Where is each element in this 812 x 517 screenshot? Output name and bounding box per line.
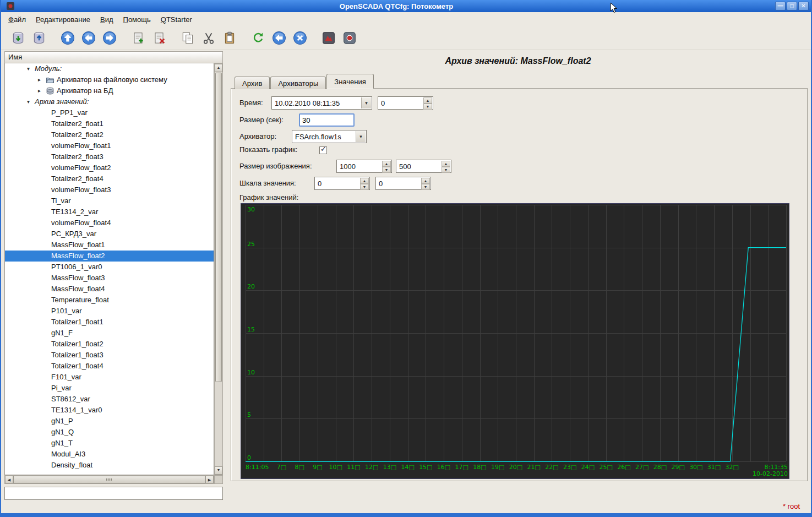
tree-item-Totalizer2_float4[interactable]: Totalizer2_float4 bbox=[5, 173, 214, 184]
tree-vertical-scrollbar[interactable]: ▲ ▼ bbox=[214, 63, 223, 475]
tab-values[interactable]: Значения bbox=[326, 74, 373, 89]
tree-item-MassFlow_float4[interactable]: MassFlow_float4 bbox=[5, 284, 214, 295]
image-width-spinbox[interactable]: 1000 ▲▼ bbox=[336, 160, 392, 173]
vertical-scroll-track[interactable] bbox=[215, 383, 222, 466]
menu-item-file[interactable]: Файл bbox=[3, 13, 31, 26]
branch-collapsed-icon[interactable]: ▸ bbox=[38, 74, 46, 85]
archiver-dropdown-icon[interactable]: ▾ bbox=[356, 131, 366, 142]
spin-down-icon[interactable]: ▼ bbox=[360, 184, 369, 190]
vertical-scroll-thumb[interactable] bbox=[215, 73, 222, 382]
up-button[interactable] bbox=[58, 28, 78, 48]
branch-collapsed-icon[interactable]: ▸ bbox=[38, 85, 46, 96]
tree-item-gN1_P[interactable]: gN1_P bbox=[5, 416, 214, 427]
tree-item-Temperature_float[interactable]: Temperature_float bbox=[5, 295, 214, 306]
paste-item-button[interactable] bbox=[220, 28, 239, 48]
tree-item-gN1_F[interactable]: gN1_F bbox=[5, 328, 214, 339]
scroll-left-icon[interactable]: ◀ bbox=[5, 476, 13, 483]
menu-item-help[interactable]: Помощь bbox=[118, 13, 156, 26]
minimize-button[interactable]: — bbox=[775, 2, 786, 10]
tree-item-Modul_AI3[interactable]: Modul_AI3 bbox=[5, 449, 214, 460]
tree-item-Totalizer2_float1[interactable]: Totalizer2_float1 bbox=[5, 118, 214, 129]
tree-item-volumeFlow_float1[interactable]: volumeFlow_float1 bbox=[5, 140, 214, 151]
tree-item-P_PP1_var[interactable]: P_PP1_var bbox=[5, 107, 214, 118]
tree-item-volumeFlow_float4[interactable]: volumeFlow_float4 bbox=[5, 217, 214, 228]
delete-item-button[interactable] bbox=[149, 28, 169, 48]
tree-horizontal-scrollbar[interactable]: ◀ ▶ bbox=[4, 475, 214, 484]
tree-item-gN1_Q[interactable]: gN1_Q bbox=[5, 427, 214, 438]
tree-item-Pi_var[interactable]: Pi_var bbox=[5, 383, 214, 394]
tree-item-value-archive-branch[interactable]: ▾Архив значений: bbox=[5, 96, 214, 107]
horizontal-scroll-thumb[interactable] bbox=[13, 476, 205, 483]
tree-column-header[interactable]: Имя bbox=[4, 51, 223, 63]
spin-down-icon[interactable]: ▼ bbox=[382, 167, 391, 173]
tree-item-F101_var[interactable]: F101_var bbox=[5, 372, 214, 383]
spin-down-icon[interactable]: ▼ bbox=[421, 184, 430, 190]
scroll-down-icon[interactable]: ▼ bbox=[215, 466, 222, 475]
spin-up-icon[interactable]: ▲ bbox=[421, 178, 430, 184]
tree-filter-input[interactable] bbox=[4, 487, 223, 500]
tree-item-Totalizer1_float1[interactable]: Totalizer1_float1 bbox=[5, 317, 214, 328]
tree-item-PT1006_1_var0[interactable]: PT1006_1_var0 bbox=[5, 262, 214, 273]
maximize-button[interactable]: □ bbox=[787, 2, 797, 10]
tree-item-Totalizer1_float4[interactable]: Totalizer1_float4 bbox=[5, 361, 214, 372]
time-dropdown-icon[interactable]: ▾ bbox=[361, 97, 371, 108]
spin-up-icon[interactable]: ▲ bbox=[382, 161, 391, 167]
spin-up-icon[interactable]: ▲ bbox=[423, 97, 432, 104]
previous-button[interactable] bbox=[79, 28, 99, 48]
spin-down-icon[interactable]: ▼ bbox=[442, 167, 450, 173]
tree-item-PC_КРД3_var[interactable]: PC_КРД3_var bbox=[5, 228, 214, 240]
tree-item-ST8612_var[interactable]: ST8612_var bbox=[5, 394, 214, 405]
menu-item-qtstarter[interactable]: QTStarter bbox=[156, 13, 197, 26]
tree-item-P101_var[interactable]: P101_var bbox=[5, 306, 214, 317]
branch-expanded-icon[interactable]: ▾ bbox=[27, 63, 35, 74]
tree-item-volumeFlow_float2[interactable]: volumeFlow_float2 bbox=[5, 162, 214, 173]
scroll-up-icon[interactable]: ▲ bbox=[215, 64, 222, 72]
time-msec-spinbox[interactable]: 0 ▲▼ bbox=[378, 96, 433, 110]
vision-module-button[interactable] bbox=[340, 28, 359, 48]
spin-up-icon[interactable]: ▲ bbox=[442, 161, 450, 167]
titlebar[interactable]: OpenSCADA QTCfg: Потокометр —□✕ bbox=[1, 0, 811, 12]
time-combo[interactable]: 10.02.2010 08:11:35 ▾ bbox=[271, 96, 372, 110]
tree-item-TE1314_1_var0[interactable]: TE1314_1_var0 bbox=[5, 405, 214, 416]
tree-item-Totalizer2_float3[interactable]: Totalizer2_float3 bbox=[5, 151, 214, 162]
add-item-button[interactable] bbox=[128, 28, 148, 48]
stop-updating-button[interactable] bbox=[290, 28, 310, 48]
tree-item-MassFlow_float2[interactable]: MassFlow_float2 bbox=[5, 251, 214, 262]
tree-item-module-branch[interactable]: ▾Модуль: bbox=[5, 63, 214, 74]
close-button[interactable]: ✕ bbox=[798, 2, 809, 10]
tree-item-volumeFlow_float3[interactable]: volumeFlow_float3 bbox=[5, 184, 214, 195]
refresh-button[interactable] bbox=[248, 28, 268, 48]
tree-item-Totalizer2_float2[interactable]: Totalizer2_float2 bbox=[5, 129, 214, 140]
show-graph-checkbox[interactable]: ✓ bbox=[319, 146, 327, 154]
menu-item-edit[interactable]: Редактирование bbox=[31, 13, 95, 26]
spin-up-icon[interactable]: ▲ bbox=[360, 178, 369, 184]
load-from-db-button[interactable] bbox=[8, 28, 28, 48]
branch-expanded-icon[interactable]: ▾ bbox=[27, 96, 35, 107]
start-updating-button[interactable] bbox=[269, 28, 289, 48]
size-input[interactable] bbox=[299, 113, 355, 127]
image-height-spinbox[interactable]: 500 ▲▼ bbox=[396, 160, 451, 173]
scroll-right-icon[interactable]: ▶ bbox=[205, 476, 214, 483]
copy-item-button[interactable] bbox=[178, 28, 198, 48]
archiver-combo[interactable]: FSArch.flow1s ▾ bbox=[292, 130, 367, 143]
scale-min-spinbox[interactable]: 0 ▲▼ bbox=[314, 177, 370, 190]
tree-item-fs-archivator[interactable]: ▸Архиватор на файловую систему bbox=[5, 74, 214, 85]
tree-item-db-archivator[interactable]: ▸Архиватор на БД bbox=[5, 85, 214, 96]
tree-item-Totalizer1_float2[interactable]: Totalizer1_float2 bbox=[5, 339, 214, 350]
tab-archivators[interactable]: Архиваторы bbox=[270, 77, 326, 89]
tree-item-gN1_T[interactable]: gN1_T bbox=[5, 438, 214, 449]
qtcfg-module-button[interactable] bbox=[319, 28, 339, 48]
menu-item-view[interactable]: Вид bbox=[95, 13, 118, 26]
tab-archive[interactable]: Архив bbox=[235, 77, 270, 89]
scale-max-spinbox[interactable]: 0 ▲▼ bbox=[375, 177, 431, 190]
tree-item-Totalizer1_float3[interactable]: Totalizer1_float3 bbox=[5, 350, 214, 361]
next-button[interactable] bbox=[100, 28, 119, 48]
tree-item-Density_float[interactable]: Density_float bbox=[5, 460, 214, 471]
cut-item-button[interactable] bbox=[199, 28, 219, 48]
tree-item-MassFlow_float3[interactable]: MassFlow_float3 bbox=[5, 273, 214, 284]
tree-item-MassFlow_float1[interactable]: MassFlow_float1 bbox=[5, 240, 214, 251]
tree-item-Ti_var[interactable]: Ti_var bbox=[5, 195, 214, 206]
tree-item-TE1314_2_var[interactable]: TE1314_2_var bbox=[5, 206, 214, 217]
spin-down-icon[interactable]: ▼ bbox=[423, 104, 432, 110]
save-to-db-button[interactable] bbox=[29, 28, 49, 48]
